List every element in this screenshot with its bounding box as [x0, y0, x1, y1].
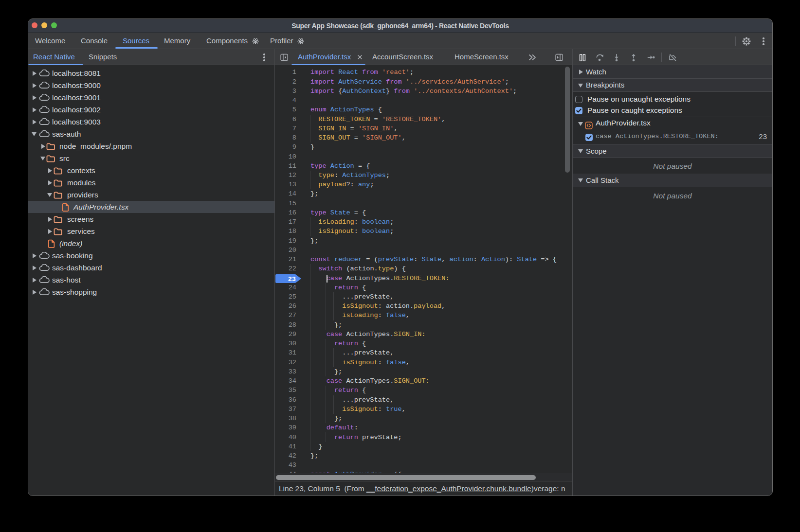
svg-text:23: 23	[288, 276, 296, 283]
